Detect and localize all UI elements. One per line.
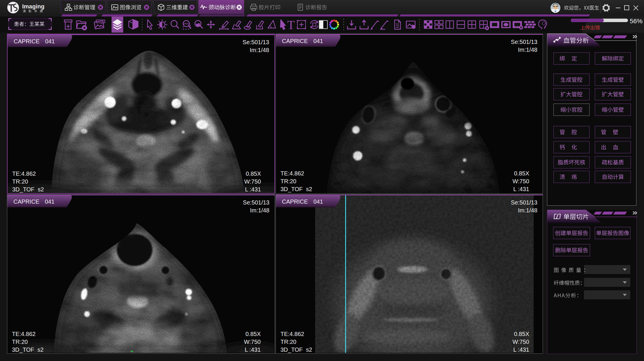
svg-text:CAPRICE: CAPRICE [14, 38, 40, 45]
svg-text:CAPRICE: CAPRICE [282, 38, 308, 44]
svg-text:041: 041 [45, 38, 55, 45]
svg-text:CAPRICE: CAPRICE [13, 198, 39, 205]
svg-text:041: 041 [313, 38, 323, 44]
svg-text:041: 041 [313, 198, 323, 205]
svg-text:041: 041 [45, 198, 54, 205]
svg-text:CAPRICE: CAPRICE [282, 198, 308, 205]
